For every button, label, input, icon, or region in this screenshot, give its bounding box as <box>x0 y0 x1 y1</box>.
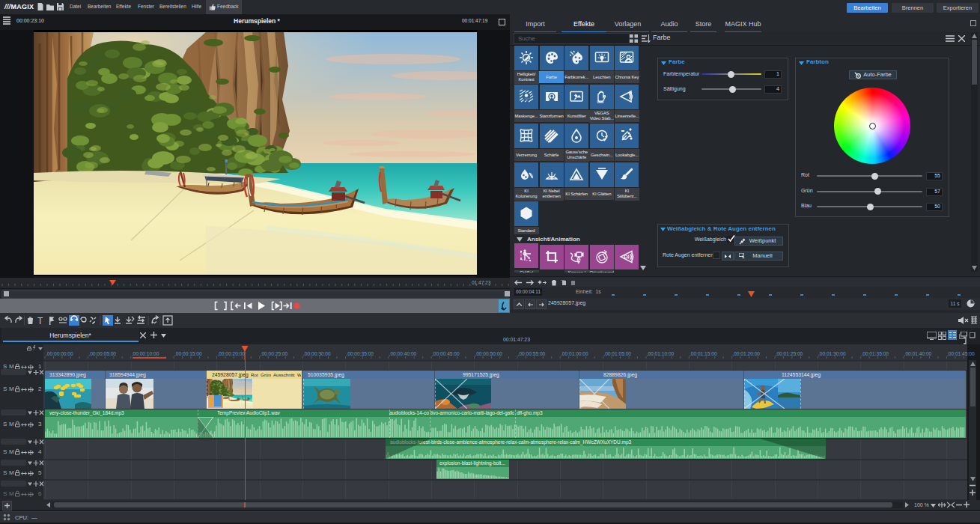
svg-text:S: S <box>3 386 7 392</box>
svg-text:4: 4 <box>38 448 42 455</box>
svg-text:M: M <box>9 490 14 497</box>
svg-text:S: S <box>3 448 7 455</box>
svg-text:M: M <box>9 386 14 392</box>
svg-text:M: M <box>9 448 14 455</box>
svg-text:M: M <box>9 469 14 476</box>
svg-text:6: 6 <box>38 490 42 497</box>
svg-text:2: 2 <box>38 386 42 392</box>
svg-text:5: 5 <box>38 469 42 476</box>
svg-text:S: S <box>3 490 7 497</box>
svg-text:T: T <box>37 316 43 326</box>
svg-text:M: M <box>9 421 14 427</box>
svg-text:S: S <box>3 469 7 476</box>
svg-text:S: S <box>3 421 7 427</box>
svg-text:3: 3 <box>38 421 42 427</box>
